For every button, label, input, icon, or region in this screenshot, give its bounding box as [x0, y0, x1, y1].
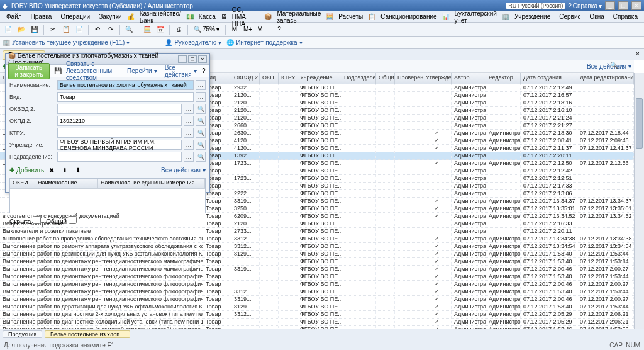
table-row[interactable]: Выключатели и розетки пакетныеТовар2733.…: [0, 228, 634, 235]
tab-close-icon[interactable]: ×: [634, 50, 641, 58]
input-type[interactable]: Товар: [57, 92, 194, 102]
menu-windows[interactable]: Окна: [586, 13, 608, 21]
menu-materials[interactable]: Материальные запасы: [273, 9, 325, 25]
minimize-button[interactable]: _: [605, 1, 615, 10]
col-okp[interactable]: ОКП...: [260, 73, 279, 84]
table-row[interactable]: Выполнение работ по демонтажу рентгеноди…: [0, 288, 634, 296]
dialog-minimize-icon[interactable]: _: [178, 55, 187, 63]
dialog-help-icon[interactable]: ?: [201, 65, 207, 77]
maximize-button[interactable]: □: [618, 1, 628, 10]
goto-link[interactable]: Перейти ▾: [127, 67, 157, 74]
table-row[interactable]: Выполнение работ по диагностике холодиль…: [0, 319, 634, 326]
input-okpd[interactable]: 13921210: [57, 116, 182, 126]
col-division[interactable]: Подразделение: [341, 73, 376, 84]
common-checkbox[interactable]: Общий: [46, 216, 77, 225]
institution-select-icon[interactable]: …: [184, 140, 194, 150]
help-icon[interactable]: ?: [274, 24, 285, 35]
calendar-icon[interactable]: 📅: [155, 24, 166, 35]
redo-icon[interactable]: ↷: [105, 24, 116, 35]
menu-file[interactable]: Файл: [3, 13, 26, 21]
menu-operations[interactable]: Операции: [57, 13, 94, 21]
menu-sanction[interactable]: Санкционирование: [377, 13, 440, 21]
save-icon[interactable]: 💾: [53, 65, 62, 77]
okved-select-icon[interactable]: …: [184, 104, 194, 114]
paste-icon[interactable]: 📄: [74, 24, 85, 35]
ktru-select-icon[interactable]: …: [184, 128, 194, 138]
col-common[interactable]: Общий: [376, 73, 395, 84]
menu-accounting[interactable]: Бухгалтерский учет: [451, 9, 501, 25]
table-row[interactable]: Выполнение работ по демонтажу рентгеноди…: [0, 266, 634, 273]
cut-icon[interactable]: ✂: [47, 24, 58, 35]
undo-icon[interactable]: ↶: [92, 24, 103, 35]
m-plus-button[interactable]: M+: [242, 24, 253, 35]
find-icon[interactable]: 🔍: [123, 24, 135, 35]
vertical-scrollbar[interactable]: [634, 73, 644, 347]
name-select-icon[interactable]: …: [196, 80, 206, 90]
mc-button[interactable]: M: [229, 24, 240, 35]
open-icon[interactable]: 📂: [16, 24, 27, 35]
col-ktru[interactable]: КТРУ: [279, 73, 297, 84]
menu-edit[interactable]: Правка: [27, 13, 56, 21]
sub-up-icon[interactable]: ⬆: [59, 164, 70, 176]
ktru-search-icon[interactable]: 🔍: [196, 128, 206, 138]
table-row[interactable]: Выполнение работ по демонтажу рентгеноди…: [0, 258, 634, 266]
institution-search-icon[interactable]: 🔍: [196, 140, 206, 150]
table-row[interactable]: Выполнение работ по демонтажу рентгеноди…: [0, 281, 634, 288]
col-editor[interactable]: Редактор: [486, 73, 521, 84]
okved-search-icon[interactable]: 🔍: [196, 104, 206, 114]
hidden-checkbox[interactable]: Скрыта: [9, 216, 41, 225]
col-institution[interactable]: Учреждение: [297, 73, 341, 84]
status-tab-item[interactable]: Белье постельное из хлоп...: [45, 330, 130, 338]
division-select-icon[interactable]: …: [184, 152, 194, 162]
link-related[interactable]: Связать с Лекарственным средством: [66, 60, 123, 81]
set-institution-link[interactable]: 🏢 Установить текущее учреждение (F11) ▾: [3, 39, 130, 46]
save-close-button[interactable]: Записать и закрыть: [8, 63, 50, 79]
sub-grid[interactable]: ОКЕИ Наименование Наименование единицы и…: [9, 178, 206, 213]
input-okved[interactable]: [57, 104, 182, 114]
sub-col-okei[interactable]: ОКЕИ: [10, 179, 35, 188]
all-actions-link[interactable]: Все действия ▾: [587, 63, 631, 70]
col-checked[interactable]: Проверен: [395, 73, 423, 84]
input-name[interactable]: Белье постельное из хлопчатобумажных тка…: [57, 80, 194, 90]
sub-add-button[interactable]: ✚ Добавить: [9, 167, 44, 174]
col-edited[interactable]: Дата редактирования: [577, 73, 634, 84]
m-minus-button[interactable]: M-: [255, 24, 267, 35]
help-link[interactable]: ?Справка ▾: [568, 3, 602, 9]
col-author[interactable]: Автор: [452, 73, 486, 84]
dialog-maximize-icon[interactable]: □: [188, 55, 197, 63]
type-select-icon[interactable]: …: [196, 92, 206, 102]
okpd-select-icon[interactable]: …: [184, 116, 194, 126]
okpd-search-icon[interactable]: 🔍: [196, 116, 206, 126]
input-division[interactable]: [57, 152, 182, 162]
save-icon[interactable]: 💾: [29, 24, 40, 35]
search-icon[interactable]: 🔍: [610, 62, 620, 72]
support-link[interactable]: 🌐 Интернет-поддержка ▾: [226, 39, 302, 46]
table-row[interactable]: Выполнение работ по диагностике 2-х холо…: [0, 311, 634, 319]
management-link[interactable]: 👤 Руководителю ▾: [165, 39, 221, 46]
col-approved[interactable]: Утвержден: [423, 73, 452, 84]
sub-col-name[interactable]: Наименование: [35, 179, 98, 188]
menu-treasury[interactable]: Казначейство/Банк: [136, 9, 185, 25]
scrollbar-thumb[interactable]: [636, 98, 643, 149]
calc-icon[interactable]: 🧮: [142, 24, 153, 35]
status-tab-products[interactable]: Продукция: [3, 330, 42, 338]
col-okved[interactable]: ОКВЭД 2: [231, 73, 260, 84]
menu-purchases[interactable]: Закупки: [95, 13, 125, 21]
table-row[interactable]: Выполнение работ по демонтажу рентгеноди…: [0, 296, 634, 303]
input-ktru[interactable]: [57, 128, 182, 138]
col-created[interactable]: Дата создания: [521, 73, 577, 84]
sub-delete-icon[interactable]: ✖: [46, 164, 57, 176]
table-row[interactable]: Выполнение работ по дезинсекции для нужд…: [0, 251, 634, 258]
dialog-close-icon[interactable]: ×: [198, 55, 207, 63]
table-row[interactable]: Выполнение работ по ремонту аппарата уль…: [0, 243, 634, 251]
sub-col-unit[interactable]: Наименование единицы измерения: [98, 179, 205, 188]
zoom-control[interactable]: 🔍 75% ▾: [191, 26, 222, 33]
sub-all-actions[interactable]: Все действия ▾: [161, 167, 206, 174]
sub-down-icon[interactable]: ⬇: [72, 164, 84, 176]
new-doc-icon[interactable]: 📄: [3, 24, 14, 35]
input-institution[interactable]: ФГБОУ ВО ПЕРВЫЙ МГМУ ИМ И.М. СЕЧЕНОВА МИ…: [57, 140, 182, 150]
menu-institution[interactable]: Учреждение: [511, 13, 554, 21]
language-badge[interactable]: RU Русский (Россия): [506, 3, 565, 9]
division-search-icon[interactable]: 🔍: [196, 152, 206, 162]
menu-cash[interactable]: Касса: [195, 13, 219, 21]
